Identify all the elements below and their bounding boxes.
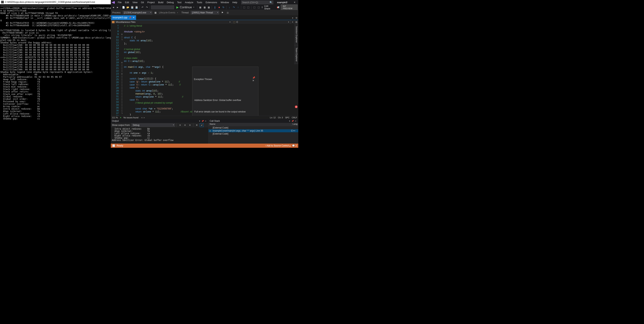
tb-icon-2[interactable]: ▦ [203,5,206,9]
output-pin-icon[interactable]: 📌 [201,120,204,122]
restart-button[interactable]: ↻ [222,5,225,9]
nav-split-icon[interactable]: ⊟ [294,20,298,24]
continue-button[interactable]: ▶ Continue ▼ [175,5,196,9]
tab-example3[interactable]: example3.cpp 📌 ✕ [111,15,136,20]
search-icon: 🔍 [270,1,272,4]
tab-settings-icon[interactable]: ⚙ [294,16,298,20]
popup-close-icon[interactable]: ✕ [252,79,254,82]
live-share-button[interactable]: ⇪ Live Share [261,5,274,10]
menu-git[interactable]: Git [139,0,146,4]
pause-button[interactable]: ‖ [213,5,216,9]
stack-frame-icon[interactable]: ▦ [226,11,230,14]
popup-message: Address Sanitizer Error: Global buffer o… [194,99,256,102]
redo-button[interactable]: ↷ [145,5,148,9]
tb-icon-3[interactable]: ▦ [207,5,210,9]
output-panel: Output ▼ 📌 ✕ Show output from: Debug ≡ ≡… [111,119,208,144]
menu-project[interactable]: Project [146,0,156,4]
save-button[interactable]: 💾 [130,5,134,9]
zoom-level[interactable]: 111 % [112,116,118,119]
minimize-button[interactable]: ─ [276,0,283,5]
close-button[interactable]: ✕ [291,0,298,5]
save-all-button[interactable]: 💾 [135,5,138,9]
folder-icon [112,21,114,23]
console-titlebar[interactable]: C:\MSDN\cpp-docs-pr\docs\c-language\ASAN… [0,0,111,4]
step-out-button[interactable]: ↑ [236,5,240,9]
callstack-row[interactable]: ➔example3.exe!main(int argc, char * * ar… [208,129,298,132]
team-explorer-tab[interactable]: Team Explorer [294,45,298,64]
search-placeholder: Search (Ctrl+Q) [242,1,258,4]
live-share-label: Live Share [264,5,274,10]
add-source-control-button[interactable]: ↑ Add to Source Control ▴ [265,144,290,147]
thread-combo[interactable]: [28952] Main Thread [191,11,219,14]
callstack-row[interactable]: [External Code] [208,132,298,135]
menu-help[interactable]: Help [230,0,239,4]
step-over-button[interactable]: ↷ [232,5,236,9]
nav-type[interactable]: ⬚ C ▼ [232,20,291,24]
console-output[interactable]: ========================================… [0,4,111,148]
back-button[interactable]: ◄ [112,5,115,9]
stop-button[interactable]: ■ [218,5,221,9]
output-source-combo[interactable]: Debug [131,123,175,127]
lifecycle-icon[interactable]: ▦ [154,11,158,14]
cs-close-icon[interactable]: ✕ [294,120,297,122]
menu-debug[interactable]: Debug [165,0,176,4]
output-dropdown-icon[interactable]: ▼ [198,120,201,122]
maximize-button[interactable]: ☐ [283,0,291,5]
right-docked-tabs: Solution Explorer Team Explorer [294,24,298,64]
menu-extensions[interactable]: Extensions [204,0,219,4]
tb-icon-4[interactable]: ⬚ [242,5,246,9]
out-clear-icon[interactable]: ✕ [195,123,199,127]
cs-pin-icon[interactable]: 📌 [291,120,294,122]
tab-dropdown-icon[interactable]: ▼ [291,16,294,20]
forward-button[interactable]: ► [116,5,120,9]
menu-window[interactable]: Window [219,0,230,4]
menu-file[interactable]: File [116,0,123,4]
undo-button[interactable]: ↶ [141,5,144,9]
fold-column[interactable]: ⊟│└⊟│││⊟│││││││││││││└ [120,24,123,116]
console-title-text: C:\MSDN\cpp-docs-pr\docs\c-language\ASAN… [5,1,95,3]
output-body[interactable]: Intra object redzone: bb ASan internal: … [111,127,208,144]
output-title: Output [112,120,198,122]
menu-tools[interactable]: Tools [195,0,204,4]
menu-edit[interactable]: Edit [123,0,131,4]
tab-close-icon[interactable]: ✕ [133,16,134,19]
callstack-row[interactable]: [External Code] [208,126,298,129]
process-combo[interactable]: [21304] example3.exe [123,11,152,14]
search-input[interactable]: Search (Ctrl+Q) 🔍 [241,0,273,4]
out-icon-3[interactable]: ≡ [188,123,192,127]
popup-pin-icon[interactable]: 📌 [252,76,255,79]
out-icon-2[interactable]: ≡ [183,123,187,127]
notifications-button[interactable]: 💬 2 [292,144,297,147]
out-icon-1[interactable]: ≡ [178,123,182,127]
menu-analyze[interactable]: Analyze [183,0,195,4]
thread-label: Thread: [181,11,189,14]
nav-plus-icon[interactable]: + [291,20,294,24]
flag-icon[interactable]: ⚑ [220,11,224,14]
config-combo[interactable] [151,5,174,9]
step-into-button[interactable]: ↓ [228,5,231,9]
code-area[interactable]: // 1 / string literal #include <string.h… [123,24,298,116]
cs-dropdown-icon[interactable]: ▼ [288,120,291,122]
tb-icon-1[interactable]: ▦ [198,5,202,9]
nav-scope[interactable]: Miscellaneous Files ▼ [111,20,232,24]
error-glyph-icon[interactable]: ✕ [295,106,298,108]
menu-view[interactable]: View [131,0,139,4]
lifecycle-label[interactable]: Lifecycle Events [159,11,176,14]
tb-icon-5[interactable]: ⬚ [246,5,250,9]
open-button[interactable]: 📂 [126,5,130,9]
menu-build[interactable]: Build [156,0,165,4]
callstack-rows[interactable]: [External Code]➔example3.exe!main(int ar… [208,126,298,144]
callstack-header[interactable]: Name Lang [208,123,298,126]
out-wrap-icon[interactable]: ↲ [200,123,204,127]
tb-icon-6[interactable]: ⬚ [252,5,256,9]
tb-icon-7[interactable]: ⬚ [257,5,260,9]
new-button[interactable]: 📄 [122,5,125,9]
pin-icon[interactable]: 📌 [129,17,131,19]
code-editor[interactable]: 6789101112131415161718192021222324252627… [111,24,298,116]
popup-title: Exception Thrown [194,78,212,81]
solution-explorer-tab[interactable]: Solution Explorer [294,24,298,45]
output-close-icon[interactable]: ✕ [204,120,207,122]
issues-text[interactable]: No issues found [124,116,138,119]
menu-test[interactable]: Test [176,0,183,4]
feedback-button[interactable]: 📢 [276,5,280,9]
